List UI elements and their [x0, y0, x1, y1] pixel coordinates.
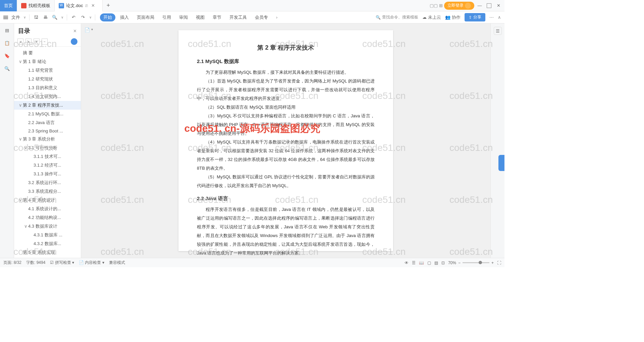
expand-all-icon[interactable]: ∧	[25, 39, 32, 45]
file-menu[interactable]: 文件	[11, 14, 20, 20]
share-icon: ⇪	[469, 15, 472, 20]
close-button[interactable]: ✕	[494, 2, 502, 10]
ribbon-tab-4[interactable]: 审阅	[176, 13, 191, 21]
overflow-icon[interactable]: ›	[276, 15, 277, 20]
outline-item[interactable]: 2.3 Spring Boot ...	[14, 127, 81, 135]
view-icon[interactable]: 👁	[405, 261, 409, 265]
outline-item[interactable]: 2.1 MySQL 数据...	[14, 110, 81, 118]
outline-icon[interactable]: ▤	[4, 27, 10, 34]
coop-button[interactable]: 👥协作	[445, 14, 461, 20]
page-indicator[interactable]: 页面: 8/32	[3, 260, 21, 266]
ribbon-tab-0[interactable]: 开始	[100, 13, 115, 21]
zoom-slider[interactable]	[463, 262, 489, 263]
ribbon-tab-8[interactable]: 会员专	[252, 13, 271, 21]
fullscreen-icon[interactable]: ⛶	[497, 261, 501, 265]
collapse-all-icon[interactable]: ∨	[17, 39, 23, 45]
outline-item[interactable]: ∨3.1 可行性分析	[14, 144, 81, 152]
ribbon-tab-1[interactable]: 插入	[117, 13, 132, 21]
print-icon[interactable]: 🖶	[42, 14, 48, 20]
minimize-button[interactable]: —	[476, 2, 484, 10]
tab-document[interactable]: 论文.doc ⎚ ✕	[55, 0, 103, 11]
zoom-control[interactable]: 70% − +	[448, 261, 494, 265]
outline-item[interactable]: 4.3.2 数据库...	[14, 239, 81, 248]
cloud-status[interactable]: ☁未上云	[422, 14, 441, 20]
screen-icon[interactable]: ⎚	[85, 3, 88, 8]
tab-home[interactable]: 首页	[0, 0, 17, 11]
outline-item[interactable]: 3.1.1 技术可...	[14, 152, 81, 161]
outline-item[interactable]: 2.2 Java 语言	[14, 118, 81, 127]
tab-home-label: 首页	[4, 3, 13, 9]
undo-icon[interactable]: ↶	[70, 14, 76, 20]
outline-item[interactable]: 4.2 功能结构设...	[14, 213, 81, 222]
panel-toggle-icon[interactable]: ☰	[494, 27, 502, 35]
outline-item[interactable]: 3.3 系统流程分...	[14, 187, 81, 196]
side-handle[interactable]	[498, 155, 504, 171]
zoom-in-icon[interactable]: +	[491, 261, 494, 265]
web-icon[interactable]: ▤	[434, 261, 438, 265]
redo-icon[interactable]: ↷	[80, 14, 86, 20]
ribbon-tab-6[interactable]: 章节	[209, 13, 225, 21]
outline-item[interactable]: 第 5 章 系统实现	[14, 248, 81, 257]
outline-item[interactable]: ∨第 3 章 系统分析	[14, 135, 81, 144]
outline-item[interactable]: 摘 要	[14, 49, 81, 57]
apps-icon[interactable]: ⊞	[439, 3, 443, 8]
word-count[interactable]: 字数: 9494	[26, 260, 45, 266]
outline-item[interactable]: ∨4.3 数据库设计	[14, 222, 81, 231]
login-button[interactable]: 立即登录	[444, 2, 474, 10]
content-check[interactable]: 📄 内容检查 ▾	[79, 260, 104, 266]
share-button[interactable]: ⇪分享	[465, 13, 485, 21]
close-icon[interactable]: ✕	[73, 28, 77, 34]
save-icon[interactable]: 🖫	[33, 14, 39, 20]
chevron-down-icon[interactable]: ▾	[91, 27, 93, 33]
page-icon[interactable]: 📄	[85, 27, 90, 33]
outline-item[interactable]: 1.2 研究现状	[14, 75, 81, 83]
spellcheck-toggle[interactable]: ☑ 拼写检查 ▾	[50, 260, 74, 266]
outline-item[interactable]: ∨第 2 章 程序开发技...	[14, 101, 81, 110]
ribbon-tab-7[interactable]: 开发工具	[226, 13, 250, 21]
outline-item[interactable]: 1.3 目的和意义	[14, 83, 81, 92]
compat-mode: 兼容模式	[109, 260, 125, 266]
outline-item[interactable]: ∨第 1 章 绪论	[14, 57, 81, 66]
document-area[interactable]: 📄▾ 第 2 章 程序开发技术 2.1 MySQL 数据库 为了更容易理解 My…	[81, 23, 490, 258]
outline-item[interactable]: 1.4 论文研究内...	[14, 92, 81, 101]
add-icon[interactable]: +	[34, 39, 40, 45]
ribbon-tab-2[interactable]: 页面布局	[133, 13, 158, 21]
bookmark-icon[interactable]: 🔖	[4, 52, 10, 59]
chevron-down-icon[interactable]: ∨	[23, 15, 26, 19]
outline-item[interactable]: 3.1.2 经济可...	[14, 161, 81, 170]
outline-item[interactable]: 4.1 系统设计的...	[14, 205, 81, 213]
main-area: ▤ 📋 🔖 🔍 目录 ✕ ∨ ∧ + − 摘 要∨第 1 章 绪论1.1 研究背…	[0, 23, 504, 258]
chat-icon[interactable]	[71, 38, 77, 45]
doc-check-icon: 📄	[79, 260, 84, 265]
outline-item[interactable]: 1.1 研究背景	[14, 66, 81, 75]
fit-icon[interactable]: ⊡	[441, 261, 445, 265]
page-icon[interactable]: ▢	[427, 261, 431, 265]
ribbon-tab-3[interactable]: 引用	[159, 13, 174, 21]
book-icon[interactable]: 📖	[419, 261, 424, 265]
clipboard-icon[interactable]: 📋	[4, 40, 10, 46]
ribbon-tab-5[interactable]: 视图	[193, 13, 208, 21]
preview-icon[interactable]: 🔍	[52, 14, 58, 20]
titlebar: 首页 找稻壳模板 论文.doc ⎚ ✕ + ▢▢ ⊞ 立即登录 — ✕	[0, 0, 504, 11]
more-icon[interactable]: ⋯	[489, 15, 494, 20]
tab-template[interactable]: 找稻壳模板	[17, 0, 55, 11]
zoom-out-icon[interactable]: −	[458, 261, 461, 265]
remove-icon[interactable]: −	[42, 39, 48, 45]
layout-icon[interactable]: ▢▢	[430, 3, 438, 8]
read-icon[interactable]: ☰	[412, 261, 416, 265]
expand-icon[interactable]: ∧	[498, 15, 501, 20]
outline-item[interactable]: 4.3.1 数据库 ...	[14, 231, 81, 239]
search-panel-icon[interactable]: 🔍	[4, 65, 10, 72]
menu-icon[interactable]	[3, 16, 8, 19]
chevron-down-icon[interactable]: ∨	[89, 15, 92, 19]
command-search[interactable]: 🔍查找命令、搜索模板	[376, 14, 418, 20]
close-icon[interactable]: ✕	[90, 3, 96, 8]
people-icon: 👥	[445, 15, 450, 20]
maximize-button[interactable]	[485, 2, 493, 10]
chapter-heading: 第 2 章 程序开发技术	[197, 44, 375, 52]
chevron-down-icon[interactable]: ∨	[61, 15, 63, 19]
new-tab-button[interactable]: +	[103, 2, 114, 9]
outline-item[interactable]: 3.2 系统运行环...	[14, 178, 81, 187]
outline-item[interactable]: 3.1.3 操作可...	[14, 170, 81, 178]
outline-item[interactable]: ∨第 4 章 系统设计	[14, 196, 81, 205]
